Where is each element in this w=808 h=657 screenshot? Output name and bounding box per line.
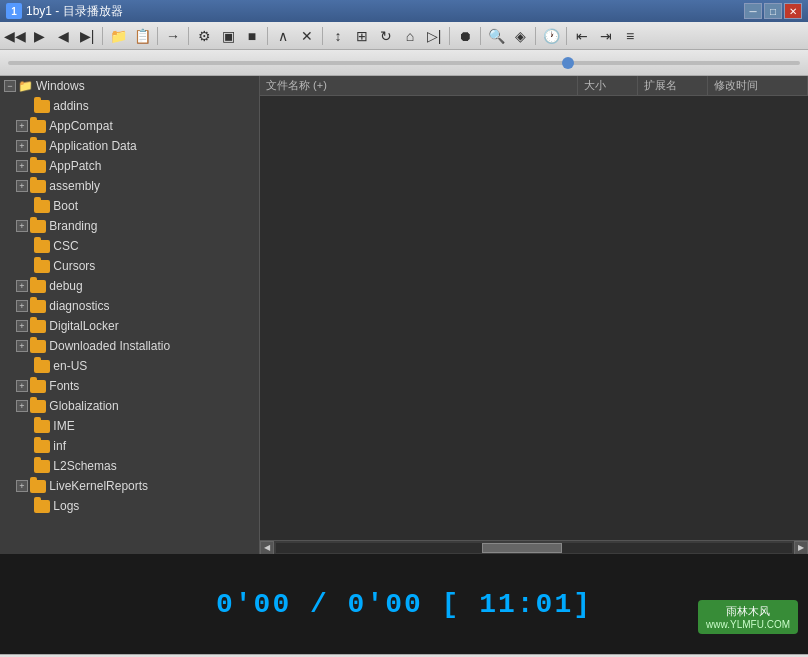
folder-icon-en-us bbox=[34, 360, 50, 373]
separator-1 bbox=[102, 27, 103, 45]
window-controls: ─ □ ✕ bbox=[744, 3, 802, 19]
folder-icon-globalization bbox=[30, 400, 46, 413]
tree-item-ime[interactable]: IME bbox=[0, 416, 259, 436]
horizontal-scrollbar: ◀ ▶ bbox=[260, 540, 808, 554]
expand-assembly[interactable]: + bbox=[16, 180, 28, 192]
tree-item-l2schemas[interactable]: L2Schemas bbox=[0, 456, 259, 476]
tree-item-boot[interactable]: Boot bbox=[0, 196, 259, 216]
clock-icon[interactable]: 🕐 bbox=[540, 25, 562, 47]
folder-icon-digitallocker bbox=[30, 320, 46, 333]
tree-item-windows[interactable]: − 📁 Windows bbox=[0, 76, 259, 96]
folder-icon-livekernelreports bbox=[30, 480, 46, 493]
close-button[interactable]: ✕ bbox=[784, 3, 802, 19]
menu-button[interactable]: ≡ bbox=[619, 25, 641, 47]
tree-item-globalization[interactable]: + Globalization bbox=[0, 396, 259, 416]
tree-item-apppatch[interactable]: + AppPatch bbox=[0, 156, 259, 176]
tree-label-csc: CSC bbox=[53, 239, 78, 253]
scrollbar-track[interactable] bbox=[276, 543, 792, 553]
expand-globalization[interactable]: + bbox=[16, 400, 28, 412]
progress-slider[interactable] bbox=[8, 61, 800, 65]
tree-item-livekernelreports[interactable]: + LiveKernelReports bbox=[0, 476, 259, 496]
folder-icon-downloaded bbox=[30, 340, 46, 353]
separator-6 bbox=[449, 27, 450, 45]
slider-toolbar bbox=[0, 50, 808, 76]
col-header-name[interactable]: 文件名称 (+) bbox=[260, 76, 578, 95]
remove-button[interactable]: ✕ bbox=[296, 25, 318, 47]
repeat-button[interactable]: ↻ bbox=[375, 25, 397, 47]
file-list-content bbox=[260, 96, 808, 540]
columns-button[interactable]: ⊞ bbox=[351, 25, 373, 47]
open-folder-button[interactable]: 📁 bbox=[107, 25, 129, 47]
expand-fonts[interactable]: + bbox=[16, 380, 28, 392]
sort-button[interactable]: ↕ bbox=[327, 25, 349, 47]
expand-apppatch[interactable]: + bbox=[16, 160, 28, 172]
watermark-url: www.YLMFU.COM bbox=[706, 619, 790, 630]
tree-label-addins: addins bbox=[53, 99, 88, 113]
maximize-button[interactable]: □ bbox=[764, 3, 782, 19]
expand-branding[interactable]: + bbox=[16, 220, 28, 232]
folder-icon-ime bbox=[34, 420, 50, 433]
tree-item-digitallocker[interactable]: + DigitalLocker bbox=[0, 316, 259, 336]
settings-button[interactable]: ⚙ bbox=[193, 25, 215, 47]
more-left-button[interactable]: ⇤ bbox=[571, 25, 593, 47]
expand-debug[interactable]: + bbox=[16, 280, 28, 292]
expand-appdata[interactable]: + bbox=[16, 140, 28, 152]
tree-item-downloaded[interactable]: + Downloaded Installatio bbox=[0, 336, 259, 356]
expand-digitallocker[interactable]: + bbox=[16, 320, 28, 332]
visual-button[interactable]: ◈ bbox=[509, 25, 531, 47]
window-button[interactable]: ▣ bbox=[217, 25, 239, 47]
slider-thumb[interactable] bbox=[562, 57, 574, 69]
tree-item-addins[interactable]: addins bbox=[0, 96, 259, 116]
separator-3 bbox=[188, 27, 189, 45]
tree-scroll-area[interactable]: − 📁 Windows addins + AppCompat + Applica… bbox=[0, 76, 259, 554]
expand-downloaded[interactable]: + bbox=[16, 340, 28, 352]
tree-label-boot: Boot bbox=[53, 199, 78, 213]
col-header-modified[interactable]: 修改时间 bbox=[708, 76, 808, 95]
tree-item-fonts[interactable]: + Fonts bbox=[0, 376, 259, 396]
main-area: − 📁 Windows addins + AppCompat + Applica… bbox=[0, 76, 808, 554]
tree-item-en-us[interactable]: en-US bbox=[0, 356, 259, 376]
tree-label-branding: Branding bbox=[49, 219, 97, 233]
record-button[interactable]: ⏺ bbox=[454, 25, 476, 47]
play-button[interactable]: ▶ bbox=[28, 25, 50, 47]
prev-button[interactable]: ◀ bbox=[52, 25, 74, 47]
scroll-right-button[interactable]: ▶ bbox=[794, 541, 808, 555]
add-button[interactable]: 📋 bbox=[131, 25, 153, 47]
search-button[interactable]: 🔍 bbox=[485, 25, 507, 47]
more-right-button[interactable]: ⇥ bbox=[595, 25, 617, 47]
tree-item-logs[interactable]: Logs bbox=[0, 496, 259, 516]
tree-item-assembly[interactable]: + assembly bbox=[0, 176, 259, 196]
up-button[interactable]: ∧ bbox=[272, 25, 294, 47]
folder-icon-fonts bbox=[30, 380, 46, 393]
expand-diagnostics[interactable]: + bbox=[16, 300, 28, 312]
tree-item-appcompat[interactable]: + AppCompat bbox=[0, 116, 259, 136]
col-header-ext[interactable]: 扩展名 bbox=[638, 76, 708, 95]
separator-5 bbox=[322, 27, 323, 45]
col-header-size[interactable]: 大小 bbox=[578, 76, 638, 95]
expand-livekernelreports[interactable]: + bbox=[16, 480, 28, 492]
tree-label-livekernelreports: LiveKernelReports bbox=[49, 479, 148, 493]
scrollbar-thumb[interactable] bbox=[482, 543, 562, 553]
prev-prev-button[interactable]: ◀◀ bbox=[4, 25, 26, 47]
tree-item-inf[interactable]: inf bbox=[0, 436, 259, 456]
tree-item-appdata[interactable]: + Application Data bbox=[0, 136, 259, 156]
folder-icon-assembly bbox=[30, 180, 46, 193]
expand-windows[interactable]: − bbox=[4, 80, 16, 92]
tree-item-debug[interactable]: + debug bbox=[0, 276, 259, 296]
separator-9 bbox=[566, 27, 567, 45]
next-button[interactable]: ▶| bbox=[76, 25, 98, 47]
folder-icon-logs bbox=[34, 500, 50, 513]
tree-item-diagnostics[interactable]: + diagnostics bbox=[0, 296, 259, 316]
tree-item-branding[interactable]: + Branding bbox=[0, 216, 259, 236]
tree-label-en-us: en-US bbox=[53, 359, 87, 373]
stop-button[interactable]: ■ bbox=[241, 25, 263, 47]
tree-item-csc[interactable]: CSC bbox=[0, 236, 259, 256]
home-button[interactable]: ⌂ bbox=[399, 25, 421, 47]
minimize-button[interactable]: ─ bbox=[744, 3, 762, 19]
skip-button[interactable]: ▷| bbox=[423, 25, 445, 47]
tree-item-cursors[interactable]: Cursors bbox=[0, 256, 259, 276]
forward-button[interactable]: → bbox=[162, 25, 184, 47]
separator-7 bbox=[480, 27, 481, 45]
expand-appcompat[interactable]: + bbox=[16, 120, 28, 132]
scroll-left-button[interactable]: ◀ bbox=[260, 541, 274, 555]
